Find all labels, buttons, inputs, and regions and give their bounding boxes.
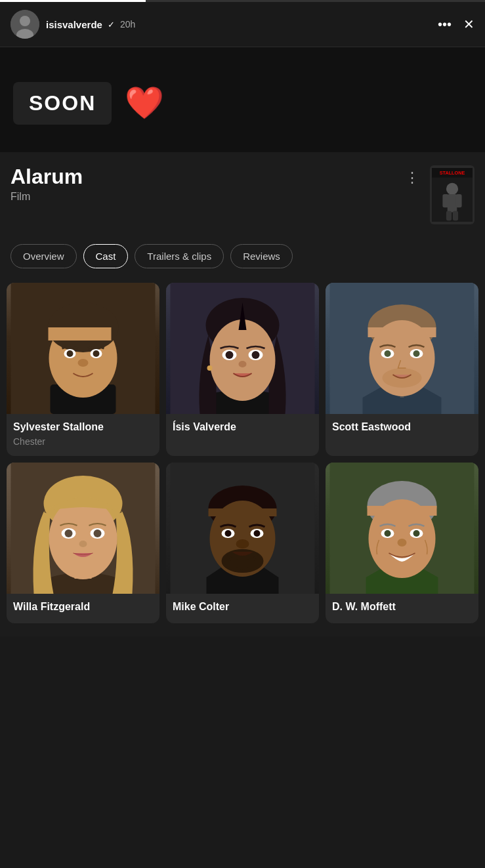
cast-photo-willa bbox=[7, 463, 159, 594]
svg-rect-9 bbox=[455, 194, 461, 207]
svg-point-26 bbox=[210, 320, 276, 401]
cast-name-dw: D. W. Moffett bbox=[332, 600, 472, 614]
cast-name-stallone: Sylvester Stallone bbox=[13, 421, 153, 434]
svg-point-63 bbox=[236, 539, 249, 548]
cast-card-willa[interactable]: Willa Fitzgerald bbox=[7, 463, 159, 623]
svg-point-21 bbox=[93, 350, 100, 357]
svg-point-52 bbox=[79, 541, 87, 547]
svg-point-30 bbox=[252, 351, 260, 359]
cast-photo-isis bbox=[166, 283, 319, 414]
svg-rect-11 bbox=[453, 211, 458, 221]
more-options-icon[interactable]: ••• bbox=[438, 17, 452, 32]
tabs-bar: Overview Cast Trailers & clips Reviews bbox=[0, 234, 485, 276]
cast-card-isis[interactable]: Ísis Valverde bbox=[166, 283, 319, 456]
cast-grid: Sylvester Stallone Chester bbox=[7, 283, 478, 623]
cast-info-isis: Ísis Valverde bbox=[166, 414, 319, 444]
cast-role-stallone: Chester bbox=[13, 436, 153, 447]
tab-reviews[interactable]: Reviews bbox=[230, 244, 293, 268]
progress-fill bbox=[0, 0, 146, 2]
movie-header-right: ⋮ STALLONE bbox=[405, 165, 474, 224]
story-progress bbox=[0, 0, 485, 2]
svg-point-22 bbox=[78, 359, 89, 367]
movie-header: Alarum Film ⋮ STALLONE bbox=[11, 165, 474, 224]
movie-thumbnail[interactable]: STALLONE bbox=[430, 165, 474, 224]
svg-rect-10 bbox=[446, 211, 452, 221]
cast-photo-stallone bbox=[7, 283, 159, 414]
svg-point-72 bbox=[413, 530, 420, 537]
cast-name-isis: Ísis Valverde bbox=[173, 421, 312, 434]
tab-trailers[interactable]: Trailers & clips bbox=[135, 244, 224, 268]
cast-card-mike[interactable]: Mike Colter bbox=[166, 463, 319, 623]
svg-point-60 bbox=[225, 530, 232, 537]
movie-section: Alarum Film ⋮ STALLONE bbox=[0, 152, 485, 234]
cast-info-dw: D. W. Moffett bbox=[326, 594, 478, 623]
svg-point-32 bbox=[207, 365, 213, 371]
soon-badge: SOON bbox=[13, 82, 112, 125]
svg-point-70 bbox=[385, 530, 391, 537]
svg-point-6 bbox=[446, 183, 458, 195]
svg-point-49 bbox=[65, 529, 73, 537]
cast-info-willa: Willa Fitzgerald bbox=[7, 594, 159, 623]
cast-card-stallone[interactable]: Sylvester Stallone Chester bbox=[7, 283, 159, 456]
tab-overview[interactable]: Overview bbox=[11, 244, 77, 268]
story-content: SOON ❤️ bbox=[0, 47, 485, 152]
cast-info-scott: Scott Eastwood bbox=[326, 414, 478, 444]
avatar[interactable] bbox=[11, 10, 39, 39]
cast-photo-mike bbox=[166, 463, 319, 594]
time-ago: 20h bbox=[120, 19, 135, 30]
cast-card-dw[interactable]: D. W. Moffett bbox=[326, 463, 478, 623]
svg-point-19 bbox=[67, 350, 74, 357]
header-info: isisvalverde ✓ 20h bbox=[46, 19, 431, 30]
cast-name-mike: Mike Colter bbox=[173, 600, 312, 614]
svg-rect-17 bbox=[49, 327, 112, 341]
tab-cast[interactable]: Cast bbox=[83, 244, 129, 268]
cast-card-scott[interactable]: Scott Eastwood bbox=[326, 283, 478, 456]
svg-point-47 bbox=[49, 498, 117, 579]
svg-point-41 bbox=[385, 350, 391, 357]
cast-info-mike: Mike Colter bbox=[166, 594, 319, 623]
svg-rect-7 bbox=[448, 194, 457, 212]
svg-point-62 bbox=[254, 530, 261, 537]
svg-point-51 bbox=[94, 529, 102, 537]
svg-point-28 bbox=[226, 351, 234, 359]
cast-name-scott: Scott Eastwood bbox=[332, 421, 472, 434]
cast-photo-dw bbox=[326, 463, 478, 594]
svg-point-1 bbox=[20, 16, 30, 26]
header-actions: ••• ✕ bbox=[438, 16, 474, 32]
movie-subtitle: Film bbox=[11, 191, 405, 203]
svg-text:STALLONE: STALLONE bbox=[440, 170, 465, 176]
movie-title-block: Alarum Film bbox=[11, 165, 405, 203]
svg-point-43 bbox=[413, 350, 420, 357]
svg-point-31 bbox=[239, 361, 247, 367]
heart-emoji: ❤️ bbox=[125, 85, 164, 121]
movie-title: Alarum bbox=[11, 165, 405, 188]
movie-more-icon[interactable]: ⋮ bbox=[405, 165, 419, 186]
username[interactable]: isisvalverde bbox=[46, 19, 102, 30]
svg-point-73 bbox=[398, 539, 407, 547]
cast-photo-scott bbox=[326, 283, 478, 414]
verified-icon: ✓ bbox=[108, 20, 115, 30]
story-header: isisvalverde ✓ 20h ••• ✕ bbox=[0, 2, 485, 47]
svg-rect-8 bbox=[442, 194, 448, 207]
close-icon[interactable]: ✕ bbox=[463, 16, 474, 32]
cast-section: Sylvester Stallone Chester bbox=[0, 276, 485, 636]
cast-info-stallone: Sylvester Stallone Chester bbox=[7, 414, 159, 456]
thumbnail-placeholder: STALLONE bbox=[430, 165, 474, 224]
cast-name-willa: Willa Fitzgerald bbox=[13, 600, 153, 614]
